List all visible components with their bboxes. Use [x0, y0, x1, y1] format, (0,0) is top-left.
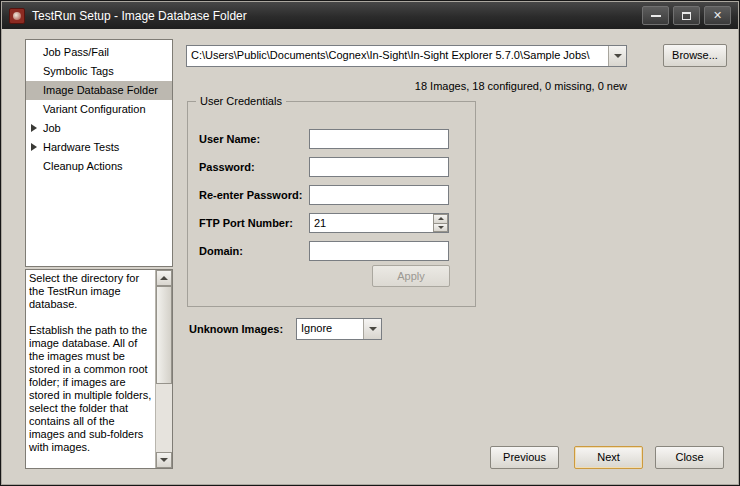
- window-title: TestRun Setup - Image Database Folder: [32, 9, 247, 23]
- user-name-label: User Name:: [199, 129, 260, 149]
- user-name-input[interactable]: [309, 129, 449, 149]
- nav-item-variant-configuration[interactable]: Variant Configuration: [26, 100, 172, 119]
- close-button[interactable]: ✕: [704, 6, 731, 25]
- scrollbar-thumb[interactable]: [156, 286, 172, 384]
- description-paragraph: Establish the path to the image database…: [29, 324, 152, 454]
- ftp-port-spinner: [433, 214, 448, 232]
- apply-button[interactable]: Apply: [372, 265, 450, 287]
- nav-item-label: Image Database Folder: [43, 84, 158, 96]
- app-icon: [9, 8, 25, 24]
- unknown-images-value: Ignore: [297, 319, 363, 339]
- description-panel: Select the directory for the TestRun ima…: [25, 269, 173, 469]
- maximize-button[interactable]: [673, 6, 700, 25]
- previous-button[interactable]: Previous: [490, 446, 559, 469]
- nav-item-job-pass-fail[interactable]: Job Pass/Fail: [26, 43, 172, 62]
- nav-item-label: Variant Configuration: [43, 103, 146, 115]
- spin-up-button[interactable]: [433, 214, 448, 224]
- path-dropdown-button[interactable]: [608, 46, 626, 66]
- expand-arrow-icon[interactable]: [31, 124, 37, 132]
- image-count-status: 18 Images, 18 configured, 0 missing, 0 n…: [186, 80, 627, 92]
- browse-button[interactable]: Browse...: [663, 44, 727, 67]
- user-name-row: User Name:: [199, 129, 467, 149]
- group-title: User Credentials: [196, 94, 286, 108]
- unknown-images-label: Unknown Images:: [189, 318, 283, 340]
- password-row: Password:: [199, 157, 467, 177]
- unknown-images-dropdown-button[interactable]: [363, 319, 381, 339]
- password-label: Password:: [199, 157, 255, 177]
- window-controls: ✕: [642, 6, 731, 25]
- spin-down-button[interactable]: [433, 224, 448, 233]
- spin-up-icon: [438, 217, 444, 220]
- testrun-setup-dialog: TestRun Setup - Image Database Folder ✕ …: [0, 0, 740, 486]
- nav-item-label: Cleanup Actions: [43, 160, 123, 172]
- unknown-images-dropdown[interactable]: Ignore: [296, 318, 382, 340]
- nav-item-label: Job: [43, 122, 61, 134]
- expand-arrow-icon[interactable]: [31, 143, 37, 151]
- nav-item-hardware-tests[interactable]: Hardware Tests: [26, 138, 172, 157]
- nav-item-job[interactable]: Job: [26, 119, 172, 138]
- scroll-up-icon: [160, 276, 168, 280]
- setup-nav-list: Job Pass/Fail Symbolic Tags Image Databa…: [25, 39, 173, 267]
- domain-label: Domain:: [199, 241, 243, 261]
- nav-item-label: Hardware Tests: [43, 141, 119, 153]
- close-dialog-button[interactable]: Close: [655, 446, 724, 469]
- ftp-port-label: FTP Port Number:: [199, 213, 293, 233]
- ftp-port-row: FTP Port Number:: [199, 213, 467, 233]
- reenter-password-label: Re-enter Password:: [199, 185, 302, 205]
- maximize-icon: [682, 12, 691, 20]
- description-paragraph: Select the directory for the TestRun ima…: [29, 272, 152, 311]
- description-text: Select the directory for the TestRun ima…: [26, 270, 155, 468]
- domain-input[interactable]: [309, 241, 449, 261]
- minimize-icon: [651, 15, 661, 17]
- password-input[interactable]: [309, 157, 449, 177]
- spin-down-icon: [438, 226, 444, 229]
- scroll-down-icon: [160, 458, 168, 462]
- nav-item-label: Job Pass/Fail: [43, 46, 109, 58]
- nav-item-image-database-folder[interactable]: Image Database Folder: [26, 81, 172, 100]
- chevron-down-icon: [369, 327, 377, 331]
- scroll-down-button[interactable]: [156, 452, 172, 468]
- close-icon: ✕: [713, 10, 722, 21]
- description-scrollbar[interactable]: [155, 270, 172, 468]
- nav-item-cleanup-actions[interactable]: Cleanup Actions: [26, 157, 172, 176]
- reenter-password-input[interactable]: [309, 185, 449, 205]
- nav-item-label: Symbolic Tags: [43, 65, 114, 77]
- user-credentials-group: User Credentials User Name: Password: Re…: [187, 101, 476, 307]
- next-button[interactable]: Next: [574, 446, 643, 469]
- ftp-port-input[interactable]: [309, 213, 449, 233]
- reenter-password-row: Re-enter Password:: [199, 185, 467, 205]
- minimize-button[interactable]: [642, 6, 669, 25]
- scroll-up-button[interactable]: [156, 270, 172, 286]
- image-database-path-value[interactable]: C:\Users\Public\Documents\Cognex\In-Sigh…: [187, 46, 608, 66]
- nav-item-symbolic-tags[interactable]: Symbolic Tags: [26, 62, 172, 81]
- title-bar: TestRun Setup - Image Database Folder ✕: [2, 2, 738, 29]
- image-database-path-combobox[interactable]: C:\Users\Public\Documents\Cognex\In-Sigh…: [186, 45, 627, 67]
- domain-row: Domain:: [199, 241, 467, 261]
- chevron-down-icon: [614, 54, 622, 58]
